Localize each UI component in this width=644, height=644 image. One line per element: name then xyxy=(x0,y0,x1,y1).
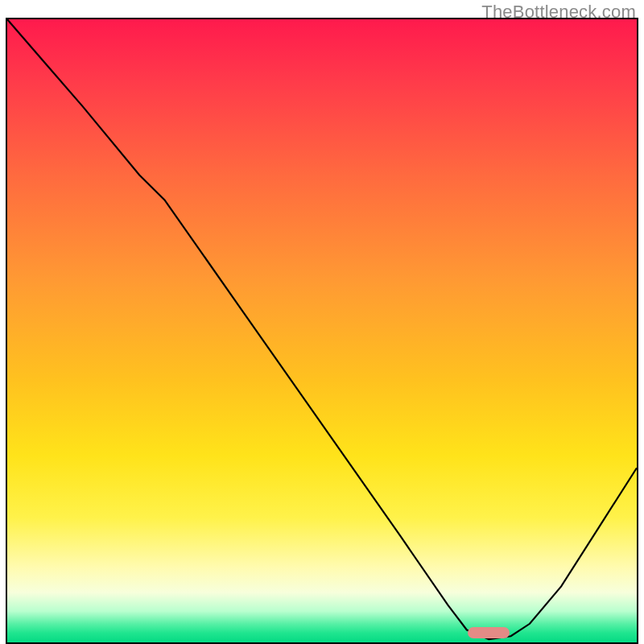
optimal-marker xyxy=(468,627,510,638)
bottleneck-curve xyxy=(7,19,637,642)
chart-frame xyxy=(6,18,638,644)
curve-path xyxy=(7,19,637,639)
